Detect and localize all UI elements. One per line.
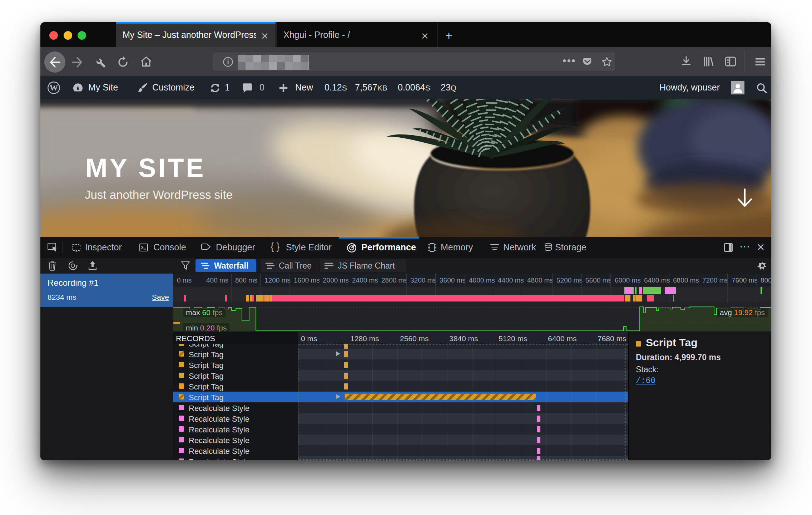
svg-text:W: W [50,83,58,92]
